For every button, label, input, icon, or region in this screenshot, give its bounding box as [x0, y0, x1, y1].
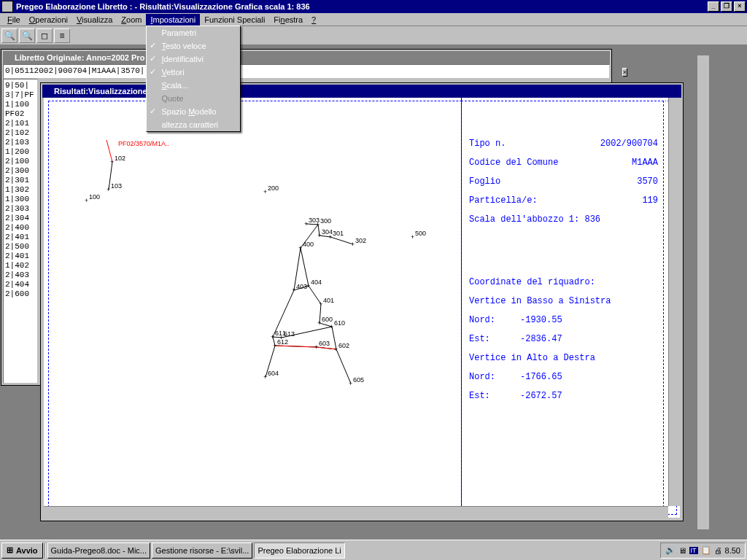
task-pregeo[interactable]: Pregeo Elaborazione Li	[254, 542, 344, 559]
mitem-spazio-modello[interactable]: ✓Spazio Modello	[147, 105, 240, 118]
libretto-lines[interactable]: 9|50|3|7|PF1|100PF022|1012|1022|1031|200…	[3, 79, 38, 384]
libretto-titlebar[interactable]: Libretto Originale: Anno=2002 Pro _ □ ×	[3, 51, 610, 64]
pf-label: PF02/3570/M1A..	[118, 140, 169, 147]
menu-finestra[interactable]: Finestra	[269, 14, 307, 26]
libretto-line[interactable]: 2|404	[5, 280, 36, 289]
system-tray[interactable]: 🔊 🖥 IT 📋 🖨 8.50	[660, 542, 746, 559]
menu-file[interactable]: File	[3, 14, 25, 26]
info-nord1-label: Nord:	[469, 311, 520, 330]
mitem-identificativi[interactable]: ✓Identificativi	[147, 52, 240, 66]
libretto-line[interactable]: 2|102	[5, 128, 36, 138]
libretto-line[interactable]: 2|103	[5, 138, 36, 147]
svg-line-7	[301, 248, 309, 286]
outer-scrollbar-v[interactable]	[697, 55, 709, 529]
libretto-line[interactable]: 1|300	[5, 195, 36, 204]
close-button[interactable]: ×	[734, 1, 746, 12]
mitem-altezza-caratteri[interactable]: altezza caratteri	[147, 118, 240, 131]
gfx-canvas[interactable]: 100+102+103+200+300+303+304+301+302+400+…	[44, 98, 680, 518]
libretto-body: 0|05112002|900704|M1AAA|3570| METRA|ROMA…	[3, 64, 610, 79]
libretto-line[interactable]: 1|100	[5, 100, 36, 109]
libretto-line[interactable]: 2|600	[5, 289, 36, 299]
svg-text:+: +	[298, 244, 302, 252]
svg-text:+: +	[107, 186, 110, 193]
start-button[interactable]: ⊞ Avvio	[1, 542, 43, 559]
info-nord1-val: -1930.55	[520, 311, 562, 330]
libretto-line[interactable]: 2|400	[5, 223, 36, 233]
task-guida[interactable]: Guida-Pregeo8.doc - Mic...	[47, 542, 150, 559]
libretto-line[interactable]: 3|7|PF	[5, 90, 36, 100]
info-ad-label: Vertice in Alto a Destra	[469, 349, 595, 368]
libretto-line[interactable]: 2|301	[5, 176, 36, 185]
tray-icon[interactable]: 🖨	[714, 546, 722, 555]
libretto-line[interactable]: PF02	[5, 109, 36, 119]
svg-text:+: +	[411, 233, 414, 241]
point-label: 102	[115, 155, 125, 162]
svg-text:+: +	[110, 158, 114, 166]
point-label: 613	[284, 330, 295, 338]
taskbar: ⊞ Avvio Guida-Pregeo8.doc - Mic... Gesti…	[0, 540, 747, 560]
zoom-in-icon[interactable]: 🔍	[1, 28, 18, 43]
menu-funzioni[interactable]: Funzioni Speciali	[200, 14, 269, 26]
libretto-line[interactable]: 2|101	[5, 119, 36, 128]
libretto-line[interactable]: 2|300	[5, 166, 36, 176]
point-label: 300	[320, 217, 331, 225]
libretto-line[interactable]: 1|200	[5, 147, 36, 157]
tray-icon[interactable]: 📋	[701, 545, 711, 555]
dropdown-impostazioni: Parametri ✓Testo veloce ✓Identificativi …	[146, 26, 241, 132]
libretto-title: Libretto Originale: Anno=2002 Pro	[15, 53, 144, 62]
scrollbar-h[interactable]	[44, 506, 668, 518]
zoom-out-icon[interactable]: 🔍	[19, 28, 35, 43]
menu-operazioni[interactable]: Operazioni	[25, 14, 72, 26]
zoom-extents-icon[interactable]: ≡	[54, 28, 70, 43]
zoom-window-icon[interactable]: ◻	[36, 28, 53, 43]
libretto-line[interactable]: 2|401	[5, 233, 36, 242]
libretto-line[interactable]: 2|303	[5, 204, 36, 214]
check-icon: ✓	[150, 41, 156, 50]
libretto-line[interactable]: 9|50|	[5, 81, 36, 90]
point-label: 500	[415, 230, 426, 237]
app-title: Pregeo Elaborazione Libretto : - Risulta…	[16, 2, 310, 11]
svg-text:+: +	[330, 323, 333, 330]
svg-line-19	[336, 349, 351, 384]
libretto-line[interactable]: 1|402	[5, 261, 36, 271]
point-label: 404	[311, 279, 322, 286]
drawing-svg: 100+102+103+200+300+303+304+301+302+400+…	[44, 98, 467, 518]
point-label: 401	[323, 297, 334, 304]
menu-impostazioni[interactable]: Impostazioni Parametri ✓Testo veloce ✓Id…	[146, 14, 200, 26]
gfx-titlebar[interactable]: Risultati:Visualizzazione G _ □ ×	[42, 85, 681, 98]
info-foglio-label: Foglio	[469, 172, 637, 191]
task-gestione[interactable]: Gestione risorse - E:\svil...	[152, 542, 252, 559]
info-foglio-val: 3570	[637, 172, 658, 191]
mitem-testo-veloce[interactable]: ✓Testo veloce	[147, 39, 240, 52]
gfx-window[interactable]: Risultati:Visualizzazione G _ □ × 100+10…	[41, 83, 683, 521]
mitem-scala[interactable]: Scala...	[147, 79, 240, 92]
menu-zoom[interactable]: Zoom	[117, 14, 146, 26]
point-label: 600	[322, 316, 333, 323]
libretto-line[interactable]: 2|100	[5, 157, 36, 166]
check-icon: ✓	[150, 106, 156, 116]
libretto-line[interactable]: 1|302	[5, 185, 36, 195]
tray-icon[interactable]: 🖥	[678, 546, 686, 555]
gfx-title: Risultati:Visualizzazione G	[54, 87, 155, 96]
libretto-line[interactable]: 2|401	[5, 252, 36, 261]
minimize-button[interactable]: _	[708, 1, 719, 12]
close-button[interactable]: ×	[622, 68, 627, 77]
check-icon: ✓	[150, 67, 156, 77]
svg-text:+: +	[317, 319, 321, 327]
info-nord2-label: Nord:	[469, 368, 520, 386]
info-est2-val: -2672.57	[520, 386, 562, 405]
libretto-line[interactable]: 2|304	[5, 214, 36, 223]
menu-visualizza[interactable]: Visualizza	[72, 14, 117, 26]
restore-button[interactable]: ❐	[721, 1, 732, 12]
libretto-line[interactable]: 2|500	[5, 242, 36, 252]
menu-help[interactable]: ?	[307, 14, 320, 26]
info-tipo-val: 2002/900704	[600, 134, 658, 153]
svg-text:+: +	[319, 300, 322, 308]
libretto-line[interactable]: 2|403	[5, 271, 36, 280]
tray-lang-icon[interactable]: IT	[689, 547, 698, 554]
mitem-vettori[interactable]: ✓Vettori	[147, 66, 240, 79]
point-label: 301	[333, 230, 344, 237]
scrollbar-v[interactable]	[668, 98, 680, 506]
mitem-parametri[interactable]: Parametri	[147, 26, 240, 39]
tray-icon[interactable]: 🔊	[665, 545, 676, 555]
